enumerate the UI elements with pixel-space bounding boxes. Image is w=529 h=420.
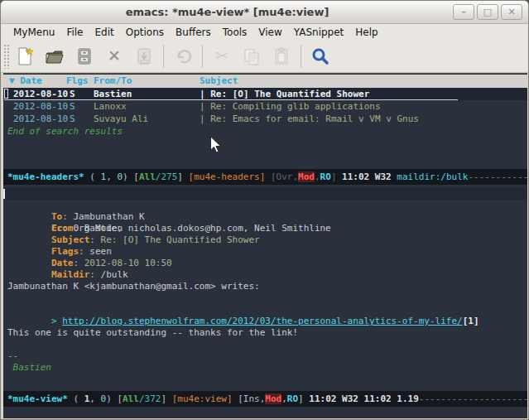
message-row-selected[interactable]: 2012-08-10 S Bastien | Re: [O] The Quant…	[3, 88, 527, 100]
search-glyph	[310, 46, 330, 66]
mode-line-segment	[265, 171, 271, 182]
mode-line-segment: ]	[161, 393, 171, 404]
view-mode-line: *mu4e-view* ( 1, 0) [All/372] [mu4e:view…	[3, 391, 527, 407]
menu-item[interactable]: Buffers	[170, 26, 217, 39]
menu-bar: MyMenuFileEditOptionsBuffersToolsViewYAS…	[1, 24, 528, 40]
mode-line-segment: [	[133, 171, 139, 182]
row-from: Suvayu Ali	[94, 113, 148, 125]
row-date: 2012-08-10	[13, 113, 68, 125]
copy-glyph	[242, 46, 262, 66]
body-message: This one is quite outstanding -- thanks …	[7, 327, 527, 339]
view-window: From: Bastien To: Jambunathan K Cc: Org …	[3, 185, 527, 391]
save-file-glyph	[75, 46, 94, 66]
row-flags: S	[70, 100, 75, 113]
mode-line-segment: [mu4e:view]	[172, 393, 233, 404]
mode-line-segment: (	[84, 171, 101, 182]
menu-item[interactable]: MyMenu	[7, 26, 60, 39]
close-button[interactable]: ✕	[501, 4, 522, 20]
new-file-glyph: ★	[15, 46, 35, 66]
toolbar-separator	[163, 45, 164, 68]
paste-icon[interactable]	[267, 44, 296, 69]
signature-separator: --	[7, 350, 527, 362]
message-row[interactable]: 2012-08-10 S Lanoxx | Re: Compiling glib…	[3, 100, 527, 113]
field-date: Date: 2012-08-10 10:50	[7, 246, 527, 258]
open-folder-icon[interactable]	[41, 44, 69, 69]
mouse-pointer	[209, 136, 223, 157]
toolbar-separator	[202, 45, 203, 68]
body-intro: Jambunathan K <kjambunathan@gmail.com> w…	[7, 281, 527, 292]
column-date[interactable]: ▼ Date	[9, 75, 42, 88]
window-title: emacs: *mu4e-view* [mu4e:view]	[1, 6, 454, 18]
mode-line-segment: ,	[315, 171, 320, 182]
title-bar[interactable]: emacs: *mu4e-view* [mu4e:view] – □ ✕	[1, 1, 528, 24]
mode-line-segment: ,	[89, 393, 100, 404]
mode-line-segment: All	[139, 171, 156, 182]
message-row[interactable]: 2012-08-10 S Suvayu Ali | Re: Emacs for …	[3, 113, 527, 125]
toolbar-separator	[301, 45, 301, 68]
mode-line-segment: RO	[320, 171, 331, 182]
column-from[interactable]: From/To	[94, 75, 132, 88]
column-subject[interactable]: Subject	[200, 75, 238, 88]
export-mail-glyph	[134, 46, 154, 66]
header-line: ▼ Date Flgs From/To Subject	[3, 75, 527, 88]
mode-line-segment: )	[106, 393, 117, 404]
text-cursor	[3, 189, 5, 199]
cut-icon[interactable]: ✂	[208, 44, 236, 69]
mode-line-segment: /372	[139, 393, 161, 404]
row-from: Bastien	[94, 88, 132, 100]
row-from: Lanoxx	[94, 100, 127, 113]
inactive-cursor	[4, 89, 8, 99]
search-icon[interactable]	[306, 44, 334, 69]
undo-glyph	[173, 46, 193, 66]
row-subject: | Re: [O] The Quantified Shower	[200, 88, 369, 100]
mode-line-segment: *mu4e-view*	[7, 393, 68, 404]
toolbar-drag-handle[interactable]	[3, 44, 10, 69]
field-maildir: Maildir: /bulk	[7, 258, 527, 269]
field-subject: Subject: Re: [O] The Quantified Shower	[7, 223, 527, 234]
row-date: 2012-08-10	[13, 100, 68, 113]
open-folder-glyph	[45, 46, 65, 66]
echo-area[interactable]	[3, 407, 527, 418]
field-to: To: Jambunathan K	[7, 200, 527, 211]
signature: Bastien	[7, 362, 527, 374]
mode-line-segment: ]	[298, 393, 304, 404]
current-line-highlight	[3, 188, 527, 200]
mode-line-segment: [Ins,	[233, 393, 266, 404]
mode-line-segment: maildir:/bulk	[397, 171, 468, 182]
mode-line-segment: ,	[106, 171, 117, 182]
undo-icon[interactable]	[169, 44, 197, 69]
mode-line-segment: 11:02 W32	[336, 171, 397, 182]
tool-bar: ★ ✕	[1, 40, 528, 73]
mode-line-segment: *mu4e-headers*	[7, 171, 84, 182]
menu-item[interactable]: Edit	[89, 26, 120, 39]
row-flags: S	[70, 88, 75, 100]
menu-item[interactable]: File	[60, 26, 89, 39]
mode-line-segment: /275	[156, 171, 178, 182]
export-mail-icon[interactable]	[130, 44, 158, 69]
delete-icon[interactable]: ✕	[100, 44, 128, 69]
end-of-results: End of search results	[7, 125, 123, 138]
copy-icon[interactable]	[238, 44, 266, 69]
menu-item[interactable]: Tools	[217, 26, 253, 39]
headers-mode-line: *mu4e-headers* ( 1, 0) [All/275] [mu4e-h…	[3, 169, 527, 185]
minimize-button[interactable]: –	[453, 4, 474, 20]
save-file-icon[interactable]	[70, 44, 99, 69]
mode-line-segment: [Ovr,	[271, 171, 298, 182]
maximize-button[interactable]: □	[477, 4, 498, 20]
paste-glyph	[272, 46, 291, 66]
mode-line-segment: 11:02 W32 11:02 1.19	[304, 393, 419, 404]
menu-item[interactable]: Help	[349, 26, 383, 39]
new-file-icon[interactable]: ★	[11, 44, 39, 69]
mode-line-segment: ]	[177, 171, 188, 182]
body-quote-line: > http://blog.stephenwolfram.com/2012/03…	[7, 304, 527, 316]
mode-line-segment: Mod	[265, 393, 281, 404]
column-flags[interactable]: Flgs	[66, 75, 89, 88]
menu-item[interactable]: View	[252, 26, 287, 39]
svg-text:★: ★	[26, 46, 34, 57]
mode-line-segment: Mod	[298, 171, 315, 182]
menu-item[interactable]: YASnippet	[288, 26, 350, 39]
emacs-frame: ▼ Date Flgs From/To Subject 2012-08-10 S…	[3, 73, 527, 418]
menu-item[interactable]: Options	[120, 26, 170, 39]
mode-line-segment: RO	[287, 393, 298, 404]
row-date: 2012-08-10	[13, 88, 68, 100]
